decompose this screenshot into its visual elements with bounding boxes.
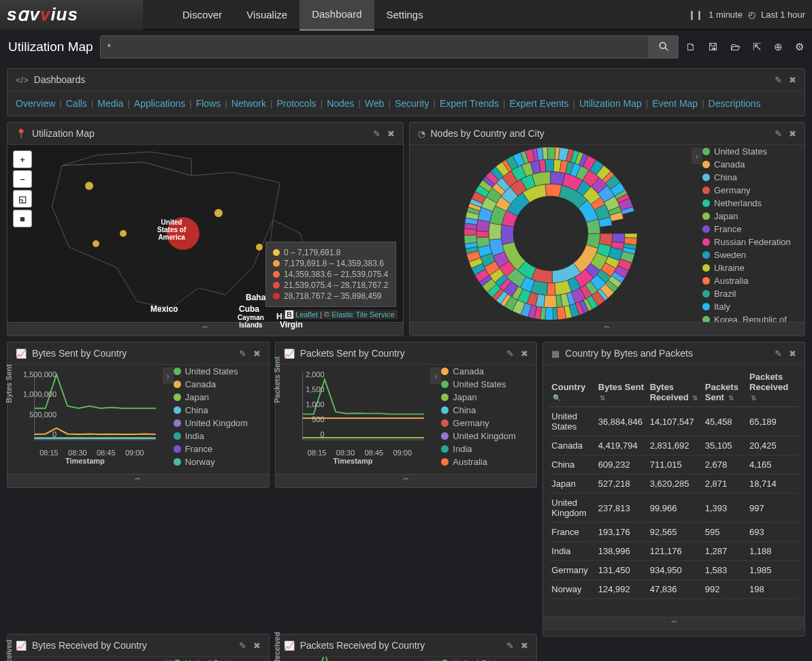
dash-link-nodes[interactable]: Nodes xyxy=(327,98,354,109)
refresh-interval[interactable]: 1 minute xyxy=(709,10,743,20)
legend-item[interactable]: Australia xyxy=(702,274,805,287)
legend-item[interactable]: Netherlands xyxy=(702,197,805,210)
legend-item[interactable]: Japan xyxy=(702,210,805,223)
close-icon[interactable]: ✖ xyxy=(253,641,261,651)
edit-icon[interactable]: ✎ xyxy=(373,129,380,139)
table-row[interactable]: France193,17692,565595693 xyxy=(549,523,799,542)
edit-icon[interactable]: ✎ xyxy=(239,349,246,359)
legend-item[interactable]: United States xyxy=(174,365,269,378)
legend-collapse[interactable]: › xyxy=(430,368,441,384)
search-input[interactable] xyxy=(100,35,649,59)
close-icon[interactable]: ✖ xyxy=(789,349,796,359)
edit-icon[interactable]: ✎ xyxy=(775,75,782,85)
legend-item[interactable]: China xyxy=(702,171,805,184)
legend-item[interactable]: Japan xyxy=(441,391,536,404)
table-header[interactable]: Bytes Sent ⇅ xyxy=(596,368,647,407)
table-row[interactable]: United States36,884,84614,107,54745,4586… xyxy=(549,407,799,436)
table-row[interactable]: Japan527,2183,620,2852,87118,714 xyxy=(549,474,799,494)
legend-item[interactable]: France xyxy=(702,223,805,236)
panel-expand[interactable]: ⌃ xyxy=(7,322,403,336)
dash-link-web[interactable]: Web xyxy=(365,98,385,109)
fit-button[interactable]: ■ xyxy=(13,210,32,227)
dash-link-descriptions[interactable]: Descriptions xyxy=(709,98,761,109)
close-icon[interactable]: ✖ xyxy=(789,129,796,139)
table-header[interactable]: Packets Sent ⇅ xyxy=(702,368,747,407)
legend-item[interactable]: Korea, Republic of xyxy=(702,313,805,322)
table-row[interactable]: United Kingdom237,81399,9661,393997 xyxy=(549,494,799,523)
dash-link-expert-trends[interactable]: Expert Trends xyxy=(440,98,499,109)
table-row[interactable]: Germany131,450934,9501,5831,985 xyxy=(549,561,799,580)
legend-item[interactable]: United States xyxy=(441,657,536,661)
legend-item[interactable]: Canada xyxy=(702,158,805,171)
dash-link-flows[interactable]: Flows xyxy=(196,98,221,109)
table-row[interactable]: India138,996121,1761,2871,188 xyxy=(549,542,799,561)
panel-expand[interactable]: ⌃ xyxy=(7,474,269,487)
line-chart[interactable]: Bytes Received 600,000400,000200,0000 08… xyxy=(7,657,163,661)
save-icon[interactable]: 🖫 xyxy=(708,41,718,53)
map-bubble[interactable] xyxy=(256,244,263,251)
close-icon[interactable]: ✖ xyxy=(253,349,261,359)
legend-collapse[interactable]: › xyxy=(163,368,174,384)
donut-chart[interactable] xyxy=(410,145,692,322)
legend-item[interactable]: Canada xyxy=(174,378,269,391)
nav-visualize[interactable]: Visualize xyxy=(234,0,299,30)
legend-item[interactable]: China xyxy=(441,404,536,417)
legend-item[interactable]: United Kingdom xyxy=(441,430,536,442)
legend-collapse[interactable]: › xyxy=(692,148,702,164)
legend-item[interactable]: Sweden xyxy=(702,248,805,261)
edit-icon[interactable]: ✎ xyxy=(775,129,782,139)
legend-item[interactable]: Italy xyxy=(702,300,805,313)
zoom-in-button[interactable]: + xyxy=(13,150,32,168)
dash-link-media[interactable]: Media xyxy=(97,98,123,109)
line-chart[interactable]: Packets Sent 2,0001,5001,0005000 08:1508… xyxy=(276,365,431,474)
table-header[interactable]: Packets Received ⇅ xyxy=(747,368,799,407)
line-chart[interactable]: Packets Received 2,0001,0000 08:1508:300… xyxy=(276,657,431,661)
time-range[interactable]: Last 1 hour xyxy=(761,10,805,20)
new-icon[interactable]: 🗋 xyxy=(685,41,696,53)
nav-discover[interactable]: Discover xyxy=(170,0,234,30)
legend-item[interactable]: Ukraine xyxy=(702,261,805,274)
legend-item[interactable]: Australia xyxy=(441,455,536,468)
dash-link-event-map[interactable]: Event Map xyxy=(652,98,698,109)
dash-link-expert-events[interactable]: Expert Events xyxy=(509,98,568,109)
legend-item[interactable]: United States xyxy=(441,378,536,391)
panel-expand[interactable]: ⌃ xyxy=(276,474,537,487)
nav-settings[interactable]: Settings xyxy=(374,0,436,30)
dash-link-calls[interactable]: Calls xyxy=(66,98,87,109)
nav-dashboard[interactable]: Dashboard xyxy=(299,0,374,31)
open-icon[interactable]: 🗁 xyxy=(730,41,741,53)
panel-expand[interactable]: ⌃ xyxy=(543,617,805,630)
settings-icon[interactable]: ⚙ xyxy=(795,41,804,53)
legend-item[interactable]: Norway xyxy=(174,455,269,468)
legend-item[interactable]: Russian Federation xyxy=(702,236,805,248)
map-bubble[interactable] xyxy=(85,182,93,190)
map-bubble[interactable] xyxy=(120,230,127,237)
add-icon[interactable]: ⊕ xyxy=(774,41,783,53)
panel-expand[interactable]: ⌃ xyxy=(410,322,805,336)
legend-item[interactable]: Japan xyxy=(174,391,269,404)
close-icon[interactable]: ✖ xyxy=(387,129,395,139)
leaflet-link[interactable]: Leaflet xyxy=(295,310,318,319)
pause-icon[interactable]: ❙❙ xyxy=(688,10,703,20)
edit-icon[interactable]: ✎ xyxy=(506,641,514,651)
table-header[interactable]: Bytes Received ⇅ xyxy=(647,368,702,407)
share-icon[interactable]: ⇱ xyxy=(753,41,762,53)
close-icon[interactable]: ✖ xyxy=(789,75,796,85)
search-button[interactable] xyxy=(649,35,679,59)
table-row[interactable]: Norway124,99247,836992198 xyxy=(549,580,799,599)
line-chart[interactable]: Bytes Sent 1,500,0001,000,000500,0000 08… xyxy=(7,365,163,474)
edit-icon[interactable]: ✎ xyxy=(239,641,246,651)
legend-item[interactable]: Brazil xyxy=(702,287,805,300)
table-header[interactable]: Country🔍 xyxy=(549,368,595,407)
legend-item[interactable]: United States xyxy=(702,145,805,158)
map-bubble[interactable] xyxy=(93,240,99,247)
dash-link-utilization-map[interactable]: Utilization Map xyxy=(579,98,642,109)
legend-item[interactable]: Canada xyxy=(441,365,536,378)
close-icon[interactable]: ✖ xyxy=(521,641,528,651)
legend-item[interactable]: Germany xyxy=(441,417,536,430)
dash-link-network[interactable]: Network xyxy=(231,98,266,109)
legend-item[interactable]: Germany xyxy=(702,184,805,197)
close-icon[interactable]: ✖ xyxy=(521,349,528,359)
dash-link-protocols[interactable]: Protocols xyxy=(276,98,316,109)
legend-item[interactable]: China xyxy=(174,404,269,417)
